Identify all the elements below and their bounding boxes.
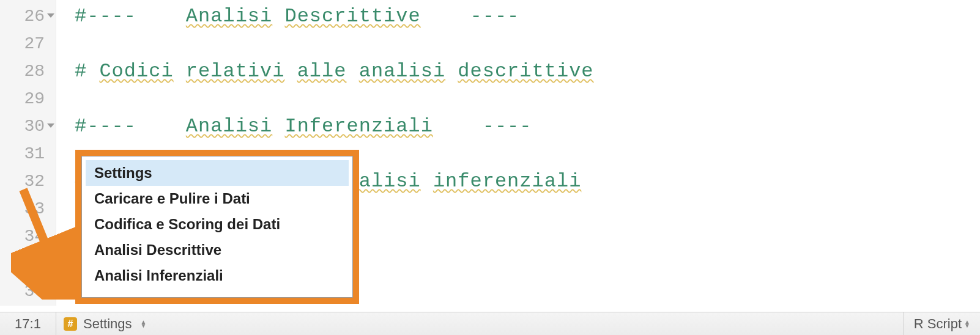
updown-icon: ▲▼ [141, 320, 147, 328]
line-number: 31 [0, 140, 56, 167]
code-text: Codici [99, 60, 173, 83]
line-number: 30 [0, 112, 56, 140]
code-line[interactable]: #---- Analisi Descrittive ---- [75, 2, 980, 30]
code-line[interactable]: # Codici relativi alle analisi descritti… [75, 57, 980, 85]
line-number: 29 [0, 85, 56, 112]
code-text [174, 60, 186, 83]
file-type-selector[interactable]: R Script ▲▼ [904, 312, 980, 335]
code-text: # [75, 60, 99, 83]
code-text [284, 60, 297, 83]
file-type-label: R Script [914, 316, 962, 332]
code-text: relativi [186, 60, 285, 83]
code-line[interactable]: #---- Analisi Inferenziali ---- [75, 112, 980, 140]
code-text: Inferenziali [284, 115, 432, 138]
line-number: 35 [0, 250, 56, 278]
section-navigator[interactable]: # Settings ▲▼ [56, 316, 154, 332]
line-number: 36 [0, 278, 56, 305]
line-number: 27 [0, 30, 56, 57]
outline-item[interactable]: Codifica e Scoring dei Dati [86, 212, 349, 237]
outline-popup[interactable]: SettingsCaricare e Pulire i DatiCodifica… [81, 156, 353, 298]
line-number: 34 [0, 223, 56, 250]
code-line[interactable] [75, 30, 980, 57]
code-text: alle [297, 60, 347, 83]
outline-item[interactable]: Settings [86, 160, 349, 186]
code-text: Analisi [186, 5, 272, 28]
code-text [272, 5, 284, 28]
cursor-position: 17:1 [0, 312, 56, 335]
section-name: Settings [83, 316, 132, 332]
line-number: 32 [0, 167, 56, 195]
code-text: analisi [359, 60, 445, 83]
code-text: inferenziali [433, 170, 581, 193]
section-hash-icon: # [64, 317, 77, 331]
fold-marker-icon[interactable] [47, 13, 54, 18]
updown-icon: ▲▼ [964, 320, 970, 328]
code-text: #---- [75, 115, 186, 138]
code-text: Analisi [186, 115, 272, 138]
status-bar: 17:1 # Settings ▲▼ R Script ▲▼ [0, 312, 980, 335]
line-number-gutter: 2627282930313233343536 [0, 0, 56, 306]
code-text: Descrittive [284, 5, 420, 28]
line-number: 33 [0, 195, 56, 223]
outline-item[interactable]: Caricare e Pulire i Dati [86, 186, 349, 212]
code-text [346, 60, 358, 83]
code-text: ---- [433, 115, 532, 138]
annotation-highlight-frame: SettingsCaricare e Pulire i DatiCodifica… [75, 150, 359, 304]
code-line[interactable] [75, 85, 980, 112]
fold-marker-icon[interactable] [47, 123, 54, 128]
code-text: descrittive [458, 60, 593, 83]
code-text: #---- [75, 5, 186, 28]
code-text [272, 115, 284, 138]
code-text [421, 170, 433, 193]
outline-item[interactable]: Analisi Inferenziali [86, 263, 349, 289]
code-text [445, 60, 458, 83]
line-number: 28 [0, 57, 56, 85]
code-text: ---- [421, 5, 520, 28]
line-number: 26 [0, 2, 56, 30]
outline-item[interactable]: Analisi Descrittive [86, 237, 349, 263]
